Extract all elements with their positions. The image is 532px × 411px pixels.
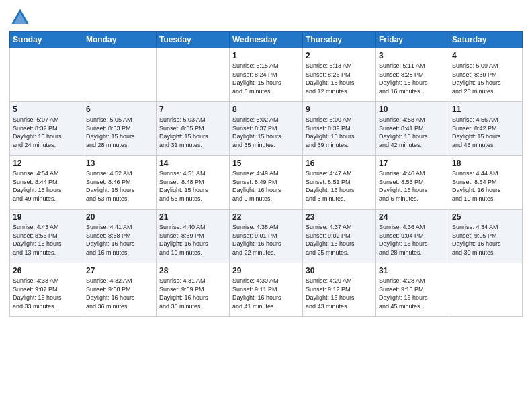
calendar-cell: 19Sunrise: 4:43 AM Sunset: 8:56 PM Dayli… <box>10 210 83 263</box>
day-info: Sunrise: 4:51 AM Sunset: 8:48 PM Dayligh… <box>159 169 226 203</box>
day-info: Sunrise: 4:29 AM Sunset: 9:12 PM Dayligh… <box>306 277 373 310</box>
calendar-cell: 16Sunrise: 4:47 AM Sunset: 8:51 PM Dayli… <box>303 156 376 210</box>
calendar-cell: 15Sunrise: 4:49 AM Sunset: 8:49 PM Dayli… <box>230 156 303 210</box>
day-number: 31 <box>379 266 446 275</box>
col-header-friday: Friday <box>376 32 449 48</box>
day-info: Sunrise: 4:36 AM Sunset: 9:04 PM Dayligh… <box>379 223 446 257</box>
day-info: Sunrise: 4:52 AM Sunset: 8:46 PM Dayligh… <box>86 169 153 203</box>
day-info: Sunrise: 5:02 AM Sunset: 8:37 PM Dayligh… <box>232 116 300 149</box>
day-number: 8 <box>232 105 300 114</box>
col-header-saturday: Saturday <box>449 32 523 48</box>
calendar-cell: 12Sunrise: 4:54 AM Sunset: 8:44 PM Dayli… <box>10 156 83 210</box>
day-number: 20 <box>86 212 153 222</box>
calendar-cell <box>157 48 230 102</box>
day-info: Sunrise: 4:43 AM Sunset: 8:56 PM Dayligh… <box>13 223 80 257</box>
col-header-tuesday: Tuesday <box>157 32 230 48</box>
calendar-cell <box>449 263 523 317</box>
day-number: 18 <box>452 158 519 168</box>
calendar-cell: 8Sunrise: 5:02 AM Sunset: 8:37 PM Daylig… <box>230 102 303 156</box>
calendar-week-1: 1Sunrise: 5:15 AM Sunset: 8:24 PM Daylig… <box>10 48 523 102</box>
calendar-cell: 17Sunrise: 4:46 AM Sunset: 8:53 PM Dayli… <box>376 156 449 210</box>
day-number: 12 <box>13 158 80 168</box>
calendar-cell: 4Sunrise: 5:09 AM Sunset: 8:30 PM Daylig… <box>449 48 523 102</box>
day-number: 13 <box>86 158 153 168</box>
day-info: Sunrise: 5:15 AM Sunset: 8:24 PM Dayligh… <box>232 62 300 95</box>
day-number: 23 <box>306 212 373 222</box>
day-info: Sunrise: 5:11 AM Sunset: 8:28 PM Dayligh… <box>379 62 446 95</box>
day-info: Sunrise: 4:30 AM Sunset: 9:11 PM Dayligh… <box>232 277 300 310</box>
day-number: 7 <box>159 105 226 114</box>
calendar-cell: 30Sunrise: 4:29 AM Sunset: 9:12 PM Dayli… <box>303 263 376 317</box>
day-info: Sunrise: 4:56 AM Sunset: 8:42 PM Dayligh… <box>452 116 519 149</box>
calendar-cell: 5Sunrise: 5:07 AM Sunset: 8:32 PM Daylig… <box>10 102 83 156</box>
day-number: 29 <box>232 266 300 275</box>
calendar-cell: 25Sunrise: 4:34 AM Sunset: 9:05 PM Dayli… <box>449 210 523 263</box>
day-info: Sunrise: 5:09 AM Sunset: 8:30 PM Dayligh… <box>452 62 519 95</box>
day-number: 14 <box>159 158 226 168</box>
calendar-cell: 13Sunrise: 4:52 AM Sunset: 8:46 PM Dayli… <box>83 156 157 210</box>
day-info: Sunrise: 5:07 AM Sunset: 8:32 PM Dayligh… <box>13 116 80 149</box>
day-info: Sunrise: 4:58 AM Sunset: 8:41 PM Dayligh… <box>379 116 446 149</box>
page: SundayMondayTuesdayWednesdayThursdayFrid… <box>0 0 532 411</box>
day-info: Sunrise: 4:41 AM Sunset: 8:58 PM Dayligh… <box>86 223 153 257</box>
day-info: Sunrise: 5:13 AM Sunset: 8:26 PM Dayligh… <box>306 62 373 95</box>
day-number: 28 <box>159 266 226 275</box>
calendar-cell: 3Sunrise: 5:11 AM Sunset: 8:28 PM Daylig… <box>376 48 449 102</box>
calendar-cell: 11Sunrise: 4:56 AM Sunset: 8:42 PM Dayli… <box>449 102 523 156</box>
calendar-cell: 28Sunrise: 4:31 AM Sunset: 9:09 PM Dayli… <box>157 263 230 317</box>
day-info: Sunrise: 4:34 AM Sunset: 9:05 PM Dayligh… <box>452 223 519 257</box>
calendar-cell: 6Sunrise: 5:05 AM Sunset: 8:33 PM Daylig… <box>83 102 157 156</box>
day-number: 22 <box>232 212 300 222</box>
day-info: Sunrise: 4:28 AM Sunset: 9:13 PM Dayligh… <box>379 277 446 310</box>
day-number: 4 <box>452 51 519 60</box>
calendar-header-row: SundayMondayTuesdayWednesdayThursdayFrid… <box>10 32 523 48</box>
day-number: 17 <box>379 158 446 168</box>
day-info: Sunrise: 4:33 AM Sunset: 9:07 PM Dayligh… <box>13 277 80 310</box>
day-number: 2 <box>306 51 373 60</box>
day-info: Sunrise: 5:05 AM Sunset: 8:33 PM Dayligh… <box>86 116 153 149</box>
col-header-monday: Monday <box>83 32 157 48</box>
day-info: Sunrise: 4:38 AM Sunset: 9:01 PM Dayligh… <box>232 223 300 257</box>
calendar-cell <box>83 48 157 102</box>
calendar-cell: 26Sunrise: 4:33 AM Sunset: 9:07 PM Dayli… <box>10 263 83 317</box>
day-info: Sunrise: 4:37 AM Sunset: 9:02 PM Dayligh… <box>306 223 373 257</box>
calendar-week-4: 19Sunrise: 4:43 AM Sunset: 8:56 PM Dayli… <box>10 210 523 263</box>
day-number: 26 <box>13 266 80 275</box>
calendar-cell: 1Sunrise: 5:15 AM Sunset: 8:24 PM Daylig… <box>230 48 303 102</box>
day-info: Sunrise: 4:49 AM Sunset: 8:49 PM Dayligh… <box>232 169 300 203</box>
day-number: 15 <box>232 158 300 168</box>
header <box>9 7 523 28</box>
calendar-cell: 24Sunrise: 4:36 AM Sunset: 9:04 PM Dayli… <box>376 210 449 263</box>
day-number: 11 <box>452 105 519 114</box>
calendar-cell: 9Sunrise: 5:00 AM Sunset: 8:39 PM Daylig… <box>303 102 376 156</box>
day-info: Sunrise: 4:46 AM Sunset: 8:53 PM Dayligh… <box>379 169 446 203</box>
day-info: Sunrise: 4:54 AM Sunset: 8:44 PM Dayligh… <box>13 169 80 203</box>
calendar-cell: 2Sunrise: 5:13 AM Sunset: 8:26 PM Daylig… <box>303 48 376 102</box>
calendar-cell: 31Sunrise: 4:28 AM Sunset: 9:13 PM Dayli… <box>376 263 449 317</box>
calendar-cell: 21Sunrise: 4:40 AM Sunset: 8:59 PM Dayli… <box>157 210 230 263</box>
day-number: 24 <box>379 212 446 222</box>
day-number: 16 <box>306 158 373 168</box>
day-number: 9 <box>306 105 373 114</box>
day-info: Sunrise: 4:31 AM Sunset: 9:09 PM Dayligh… <box>159 277 226 310</box>
calendar-cell: 22Sunrise: 4:38 AM Sunset: 9:01 PM Dayli… <box>230 210 303 263</box>
day-number: 25 <box>452 212 519 222</box>
day-number: 30 <box>306 266 373 275</box>
day-number: 21 <box>159 212 226 222</box>
calendar-cell: 20Sunrise: 4:41 AM Sunset: 8:58 PM Dayli… <box>83 210 157 263</box>
calendar-week-5: 26Sunrise: 4:33 AM Sunset: 9:07 PM Dayli… <box>10 263 523 317</box>
col-header-sunday: Sunday <box>10 32 83 48</box>
day-info: Sunrise: 4:40 AM Sunset: 8:59 PM Dayligh… <box>159 223 226 257</box>
day-info: Sunrise: 4:44 AM Sunset: 8:54 PM Dayligh… <box>452 169 519 203</box>
day-info: Sunrise: 4:47 AM Sunset: 8:51 PM Dayligh… <box>306 169 373 203</box>
day-number: 1 <box>232 51 300 60</box>
day-number: 6 <box>86 105 153 114</box>
calendar-week-2: 5Sunrise: 5:07 AM Sunset: 8:32 PM Daylig… <box>10 102 523 156</box>
calendar-week-3: 12Sunrise: 4:54 AM Sunset: 8:44 PM Dayli… <box>10 156 523 210</box>
calendar-cell <box>10 48 83 102</box>
col-header-wednesday: Wednesday <box>230 32 303 48</box>
calendar-cell: 7Sunrise: 5:03 AM Sunset: 8:35 PM Daylig… <box>157 102 230 156</box>
calendar-cell: 18Sunrise: 4:44 AM Sunset: 8:54 PM Dayli… <box>449 156 523 210</box>
calendar-table: SundayMondayTuesdayWednesdayThursdayFrid… <box>9 31 523 317</box>
logo-icon <box>9 7 31 28</box>
